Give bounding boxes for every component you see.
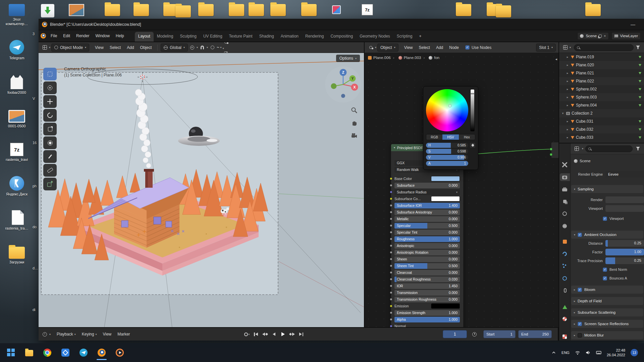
input-sheen[interactable]: Sheen▾ Sheen0.000 Sheen Sheen▾ Sheen <box>394 256 460 262</box>
proportional-editing-toggle[interactable] <box>209 44 216 51</box>
workspace-tab[interactable]: Scripting <box>393 32 416 42</box>
properties-tab-constraints[interactable] <box>560 287 570 295</box>
desktop-icon-yandex-disk[interactable]: Яндекс.Диск <box>1 176 33 196</box>
section-checkbox[interactable] <box>578 333 582 338</box>
section-checkbox[interactable]: ✓ <box>578 288 582 292</box>
properties-tab-material[interactable] <box>560 315 570 323</box>
expand-arrow-icon[interactable]: ▸ <box>566 128 569 131</box>
outliner-row[interactable]: ▸ Plane.021 <box>559 69 644 77</box>
section-screen-space-reflections[interactable]: ▸ ✓ Screen Space Reflections <box>571 320 643 328</box>
desktop-folder[interactable] <box>198 4 214 16</box>
filter-icon[interactable] <box>635 145 641 152</box>
color-swatch[interactable] <box>431 176 460 181</box>
tool-select-box[interactable] <box>43 68 57 80</box>
picker-mode-tab[interactable]: HSV <box>442 134 459 140</box>
expand-arrow-icon[interactable]: ▸ <box>566 71 569 75</box>
expand-arrow-icon[interactable]: ▸ <box>566 120 569 123</box>
expand-arrow-icon[interactable]: ▸ <box>566 87 569 91</box>
taskbar-explorer[interactable] <box>21 345 37 360</box>
input-subsurface-radius[interactable]: Subsurface Radius▾ Subsurface Radius Sub… <box>394 189 460 195</box>
input-socket[interactable] <box>390 224 392 227</box>
new-scene-icon[interactable] <box>599 35 602 38</box>
frame-start-field[interactable]: Start1 <box>483 330 516 338</box>
value-slider[interactable] <box>470 89 475 131</box>
menu-item[interactable]: View <box>92 44 106 51</box>
input-socket[interactable] <box>390 231 392 234</box>
filter-icon[interactable] <box>635 44 641 51</box>
frame-end-field[interactable]: End250 <box>518 330 552 338</box>
section-subsurface-scattering[interactable]: ▸ Subsurface Scattering <box>571 308 643 316</box>
tool-measure[interactable] <box>43 164 57 177</box>
viewlayer-selector[interactable]: ViewLayer <box>611 32 641 40</box>
outliner-row[interactable]: ▸ Sphere.003 <box>559 93 644 101</box>
desktop-folder[interactable] <box>133 4 149 16</box>
color-wheel[interactable] <box>426 89 468 131</box>
section-checkbox[interactable]: ✓ <box>578 322 582 326</box>
editor-type-icon[interactable] <box>367 44 374 51</box>
menu-item[interactable]: View▾ <box>100 331 114 338</box>
input-base-color[interactable]: Base Color▾ Base Color Base Color Base C… <box>394 176 460 182</box>
value-slider-field[interactable]: 1.00 <box>605 249 644 255</box>
input-specular[interactable]: Specular▾ Specular0.500 Specular Specula… <box>394 223 460 229</box>
taskbar-photos[interactable] <box>58 345 73 360</box>
shader-type-dropdown[interactable]: Object▾ <box>377 44 398 52</box>
input-clearcoat[interactable]: Clearcoat▾ Clearcoat0.000 Clearcoat Clea… <box>394 269 460 276</box>
outliner-row[interactable]: ▸ Cube.031 <box>559 117 644 125</box>
workspace-tab[interactable]: Animation <box>277 32 302 42</box>
input-emission[interactable]: Emission▾ Emission Emission Emission▾ Em… <box>394 303 460 309</box>
principled-bsdf-node[interactable]: ▾Principled BSDF BSDF GGX▾ <box>391 144 464 327</box>
navigation-gizmo[interactable]: Z Y X <box>324 65 363 104</box>
picker-slider[interactable]: A 1 <box>426 161 468 166</box>
input-subsurface-color[interactable]: Subsurface Co...▾ Subsurface Co... Subsu… <box>394 196 460 202</box>
input-anisotropic-rotation[interactable]: Anisotropic Rotation▾ Anisotropic Rotati… <box>394 249 460 255</box>
section-bloom[interactable]: ▸ ✓ Bloom <box>571 286 643 294</box>
desktop-folder[interactable] <box>175 5 191 17</box>
workspace-tab[interactable]: Layout <box>135 32 154 42</box>
outliner-row[interactable]: ▸ Plane.022 <box>559 77 644 85</box>
input-socket[interactable] <box>390 197 392 200</box>
section-motion-blur[interactable]: ▸ Motion Blur <box>571 331 643 339</box>
input-socket[interactable] <box>390 251 392 254</box>
desktop-icon-text-file[interactable]: rastenia_tra… <box>1 210 33 231</box>
outliner-row[interactable]: ▸ Cube.032 <box>559 125 644 133</box>
tool-move[interactable] <box>43 95 57 108</box>
desktop-icon-telegram[interactable]: Telegram <box>1 40 33 60</box>
menu-item[interactable]: File <box>48 33 60 39</box>
eyedropper-button[interactable] <box>470 143 475 148</box>
menu-item[interactable]: Keying▾ <box>79 331 100 338</box>
checkbox[interactable]: ✓ <box>603 267 607 272</box>
input-socket[interactable] <box>390 264 392 267</box>
color-swatch[interactable] <box>431 196 460 201</box>
jump-to-start-button[interactable] <box>252 331 260 338</box>
sampling-render-field[interactable] <box>605 196 644 203</box>
gizmo-minus-y-axis[interactable] <box>331 83 337 89</box>
tool-rotate[interactable] <box>43 109 57 122</box>
notification-count-badge[interactable]: 13 <box>631 349 638 356</box>
desktop-icon-images[interactable]: 0001-0500 <box>1 109 33 128</box>
input-specular-tint[interactable]: Specular Tint▾ Specular Tint0.000 Specul… <box>394 229 460 235</box>
section-ambient-occlusion[interactable]: ▾ ✓ Ambient Occlusion <box>571 231 643 239</box>
input-transmission-roughness[interactable]: Transmission Roughness▾ Transmission Rou… <box>394 296 460 302</box>
desktop-folder[interactable] <box>270 4 286 16</box>
expand-arrow-icon[interactable]: ▸ <box>566 104 569 107</box>
menu-item[interactable]: Playback▾ <box>54 331 78 338</box>
input-socket[interactable] <box>390 258 392 260</box>
value-slider-handle[interactable] <box>470 93 475 94</box>
value-slider-field[interactable]: 0.25 <box>605 240 644 247</box>
input-socket[interactable] <box>390 318 392 321</box>
properties-tab-scene[interactable] <box>560 210 570 218</box>
play-reverse-button[interactable] <box>270 331 278 338</box>
input-normal[interactable]: Normal▾ Normal Normal Normal▾ Normal <box>394 323 460 327</box>
gizmo-minus-z-axis[interactable] <box>341 94 345 98</box>
outliner-row[interactable]: ▸ Plane.020 <box>559 61 644 69</box>
workspace-tab[interactable]: + <box>416 32 425 42</box>
desktop-file-image[interactable] <box>69 4 84 16</box>
input-socket[interactable] <box>390 184 392 187</box>
desktop-icon-7z-archive[interactable]: 7z rastenia_travi <box>1 142 33 162</box>
menu-item[interactable]: View <box>401 44 416 51</box>
workspace-tab[interactable]: UV Editing <box>200 32 226 42</box>
taskbar-start[interactable] <box>3 345 19 360</box>
outliner-row[interactable]: ▾ Collection 2 <box>559 109 644 117</box>
input-subsurface-ior[interactable]: Subsurface IOR▾ Subsurface IOR1.400 Subs… <box>394 202 460 208</box>
workspace-tab[interactable]: Compositing <box>327 32 356 42</box>
